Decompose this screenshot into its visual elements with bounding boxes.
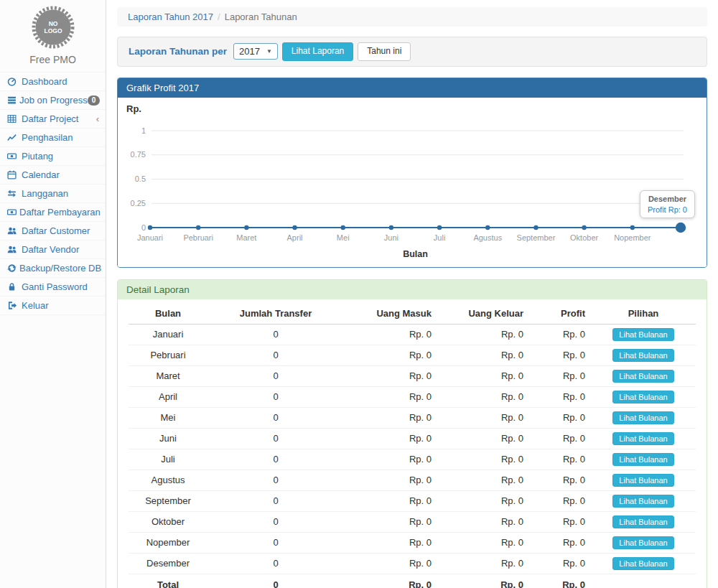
cell-jumlah-transfer: 0	[208, 532, 344, 553]
x-tick-label: April	[287, 233, 303, 242]
data-point[interactable]	[196, 225, 200, 229]
cell-uang-masuk: Rp. 0	[344, 386, 437, 407]
main-content: Laporan Tahun 2017/Laporan Tahunan Lapor…	[106, 0, 718, 588]
sidebar-item-label: Daftar Pembayaran	[19, 207, 101, 218]
breadcrumb-separator: /	[218, 11, 220, 22]
sidebar-item-daftar-pembayaran[interactable]: Daftar Pembayaran	[0, 203, 106, 222]
breadcrumb-link-laporan-tahun[interactable]: Laporan Tahun 2017	[128, 11, 213, 22]
tooltip-month: Desember	[648, 195, 687, 203]
cell-uang-keluar: Rp. 0	[437, 428, 529, 449]
data-point[interactable]	[437, 225, 442, 229]
data-point[interactable]	[148, 225, 152, 229]
cell-uang-keluar: Rp. 0	[437, 470, 529, 490]
cell-pilihan: Lihat Bulanan	[591, 449, 696, 470]
table-row-nopember: Nopember0Rp. 0Rp. 0Rp. 0Lihat Bulanan	[129, 532, 696, 553]
dashboard-icon	[7, 77, 19, 86]
cell-pilihan: Lihat Bulanan	[591, 386, 696, 407]
data-point[interactable]	[485, 225, 490, 229]
lihat-bulanan-button[interactable]: Lihat Bulanan	[612, 557, 673, 570]
cell-uang-masuk: Rp. 0	[344, 490, 437, 511]
lihat-bulanan-button[interactable]: Lihat Bulanan	[612, 370, 673, 383]
lihat-bulanan-button[interactable]: Lihat Bulanan	[612, 453, 673, 466]
cell-uang-keluar: Rp. 0	[437, 449, 529, 470]
x-axis-label: Bulan	[403, 249, 428, 259]
x-tick-label: Juli	[434, 233, 446, 242]
sidebar-item-daftar-project[interactable]: Daftar Project‹	[0, 110, 106, 129]
table-row-mei: Mei0Rp. 0Rp. 0Rp. 0Lihat Bulanan	[129, 407, 696, 428]
chevron-left-icon: ‹	[96, 114, 99, 123]
year-select[interactable]: 2017 ▼	[233, 43, 278, 60]
caret-down-icon: ▼	[266, 48, 272, 55]
data-point[interactable]	[292, 225, 297, 229]
total-transfer: 0	[208, 574, 344, 588]
brand-block: NO LOGO Free PMO	[0, 0, 106, 73]
sidebar-item-label: Daftar Customer	[22, 225, 99, 236]
sidebar-item-dashboard[interactable]: Dashboard	[0, 73, 106, 91]
sidebar-item-label: Keluar	[22, 300, 99, 311]
sidebar-item-label: Calendar	[22, 169, 99, 180]
cell-uang-masuk: Rp. 0	[344, 532, 437, 553]
sidebar-item-daftar-customer[interactable]: Daftar Customer	[0, 222, 106, 241]
lihat-bulanan-button[interactable]: Lihat Bulanan	[612, 432, 673, 445]
cell-uang-keluar: Rp. 0	[437, 532, 529, 553]
profit-chart-panel: Grafik Profit 2017 Rp.10.750.50.250Janua…	[117, 78, 707, 268]
cell-uang-keluar: Rp. 0	[437, 511, 529, 532]
lihat-bulanan-button[interactable]: Lihat Bulanan	[612, 391, 673, 403]
cell-profit: Rp. 0	[529, 365, 591, 386]
cell-month: September	[129, 490, 208, 511]
lihat-laporan-button[interactable]: Lihat Laporan	[282, 42, 353, 61]
table-row-oktober: Oktober0Rp. 0Rp. 0Rp. 0Lihat Bulanan	[129, 511, 696, 532]
chart-tooltip: Desember Profit Rp: 0	[640, 190, 695, 218]
lihat-bulanan-button[interactable]: Lihat Bulanan	[612, 474, 673, 487]
data-point[interactable]	[244, 225, 248, 229]
lihat-bulanan-button[interactable]: Lihat Bulanan	[612, 515, 673, 528]
data-point[interactable]	[341, 225, 345, 229]
cell-uang-masuk: Rp. 0	[344, 470, 437, 490]
cell-uang-keluar: Rp. 0	[437, 490, 529, 511]
sidebar-item-calendar[interactable]: Calendar	[0, 166, 106, 185]
count-badge: 0	[88, 95, 101, 106]
table-row-september: September0Rp. 0Rp. 0Rp. 0Lihat Bulanan	[129, 490, 696, 511]
sidebar-item-label: Backup/Restore DB	[19, 263, 101, 274]
x-tick-label: Agustus	[473, 233, 502, 242]
data-point[interactable]	[630, 225, 635, 229]
sidebar-item-daftar-vendor[interactable]: Daftar Vendor	[0, 241, 106, 259]
cell-jumlah-transfer: 0	[208, 407, 344, 428]
cell-month: Mei	[129, 407, 208, 428]
total-profit: Rp. 0	[529, 574, 591, 588]
chart-panel-title: Grafik Profit 2017	[118, 78, 707, 98]
cell-profit: Rp. 0	[529, 490, 591, 511]
sidebar-item-piutang[interactable]: Piutang	[0, 147, 106, 166]
detail-report-panel: Detail Laporan Bulan Jumlah Transfer Uan…	[117, 279, 707, 588]
sidebar-item-penghasilan[interactable]: Penghasilan	[0, 129, 106, 147]
lihat-bulanan-button[interactable]: Lihat Bulanan	[612, 495, 673, 508]
data-point-highlighted[interactable]	[676, 222, 686, 232]
x-tick-label: Oktober	[570, 233, 598, 242]
lihat-bulanan-button[interactable]: Lihat Bulanan	[612, 349, 673, 362]
sidebar-item-keluar[interactable]: Keluar	[0, 297, 106, 315]
tahun-ini-button[interactable]: Tahun ini	[358, 42, 411, 61]
lihat-bulanan-button[interactable]: Lihat Bulanan	[612, 536, 673, 549]
cell-pilihan: Lihat Bulanan	[591, 553, 696, 574]
cell-uang-masuk: Rp. 0	[344, 345, 437, 365]
report-table: Bulan Jumlah Transfer Uang Masuk Uang Ke…	[129, 302, 696, 588]
cell-pilihan: Lihat Bulanan	[591, 365, 696, 386]
data-point[interactable]	[582, 225, 586, 229]
cell-uang-keluar: Rp. 0	[437, 553, 529, 574]
lihat-bulanan-button[interactable]: Lihat Bulanan	[612, 328, 673, 341]
report-filter-bar: Laporan Tahunan per 2017 ▼ Lihat Laporan…	[117, 37, 707, 67]
lihat-bulanan-button[interactable]: Lihat Bulanan	[612, 411, 673, 424]
cell-month: April	[129, 386, 208, 407]
sidebar-item-backup-restore-db[interactable]: Backup/Restore DB	[0, 259, 106, 278]
sidebar-item-ganti-password[interactable]: Ganti Password	[0, 278, 106, 297]
sidebar-item-job-on-progress[interactable]: Job on Progress0	[0, 91, 106, 110]
year-select-value: 2017	[239, 46, 260, 57]
data-point[interactable]	[533, 225, 538, 229]
cell-jumlah-transfer: 0	[208, 470, 344, 490]
data-point[interactable]	[389, 225, 393, 229]
sidebar-item-label: Penghasilan	[22, 132, 99, 143]
cell-pilihan: Lihat Bulanan	[591, 470, 696, 490]
table-row-juni: Juni0Rp. 0Rp. 0Rp. 0Lihat Bulanan	[129, 428, 696, 449]
sidebar-item-langganan[interactable]: Langganan	[0, 185, 106, 203]
cell-profit: Rp. 0	[529, 511, 591, 532]
